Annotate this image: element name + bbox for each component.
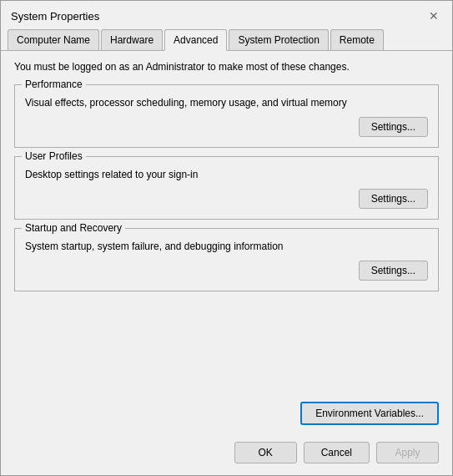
performance-settings-button[interactable]: Settings... — [359, 117, 428, 137]
bottom-area: Environment Variables... — [1, 393, 452, 437]
system-properties-window: System Properties ✕ Computer Name Hardwa… — [0, 0, 453, 476]
admin-notice: You must be logged on as an Administrato… — [14, 61, 439, 73]
performance-label: Performance — [22, 78, 86, 90]
startup-recovery-section: Startup and Recovery System startup, sys… — [14, 228, 439, 291]
environment-variables-button[interactable]: Environment Variables... — [300, 402, 439, 425]
tab-advanced[interactable]: Advanced — [164, 29, 227, 51]
window-title: System Properties — [11, 10, 99, 23]
user-profiles-section: User Profiles Desktop settings related t… — [14, 156, 439, 220]
ok-button[interactable]: OK — [234, 442, 297, 463]
dialog-buttons: OK Cancel Apply — [1, 437, 452, 475]
apply-button[interactable]: Apply — [376, 442, 439, 463]
performance-description: Visual effects, processor scheduling, me… — [25, 97, 428, 109]
performance-section: Performance Visual effects, processor sc… — [14, 84, 439, 148]
user-profiles-description: Desktop settings related to your sign-in — [25, 169, 428, 180]
tab-computer-name[interactable]: Computer Name — [8, 29, 99, 50]
main-content: You must be logged on as an Administrato… — [1, 51, 452, 393]
close-button[interactable]: ✕ — [425, 8, 442, 24]
title-bar: System Properties ✕ — [1, 1, 452, 24]
user-profiles-settings-button[interactable]: Settings... — [359, 189, 428, 209]
startup-recovery-settings-button[interactable]: Settings... — [359, 261, 428, 281]
tab-remote[interactable]: Remote — [330, 29, 384, 50]
tab-bar: Computer Name Hardware Advanced System P… — [1, 24, 452, 51]
startup-recovery-description: System startup, system failure, and debu… — [25, 241, 428, 252]
cancel-button[interactable]: Cancel — [304, 442, 370, 463]
tab-hardware[interactable]: Hardware — [101, 29, 163, 50]
tab-system-protection[interactable]: System Protection — [229, 29, 328, 50]
startup-recovery-label: Startup and Recovery — [22, 222, 125, 234]
user-profiles-label: User Profiles — [22, 150, 86, 162]
